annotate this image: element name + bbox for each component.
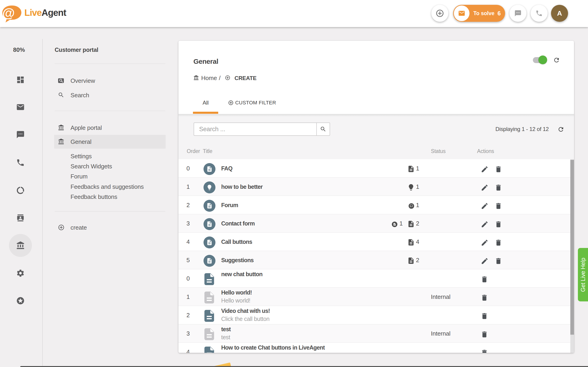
svg-text:@: @ — [2, 6, 15, 20]
